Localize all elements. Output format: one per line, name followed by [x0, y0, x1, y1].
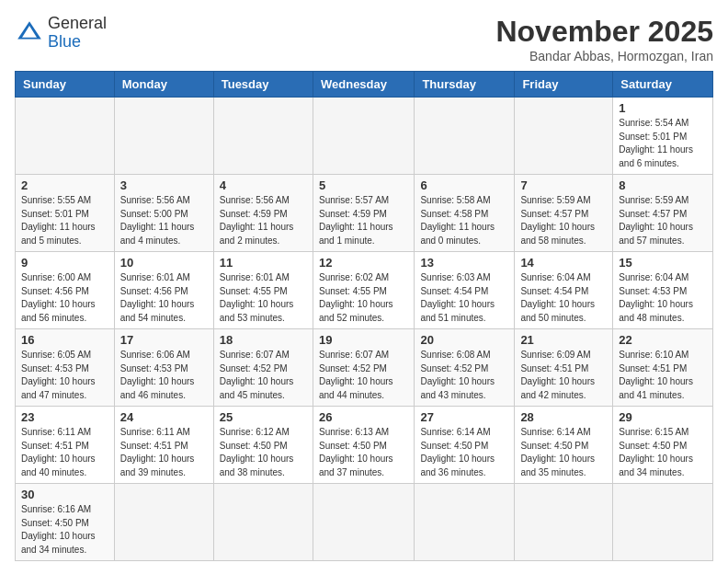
week-row-3: 9Sunrise: 6:00 AM Sunset: 4:56 PM Daylig… — [16, 252, 713, 329]
day-number: 7 — [520, 178, 607, 192]
day-info: Sunrise: 6:16 AM Sunset: 4:50 PM Dayligh… — [21, 503, 108, 557]
day-info: Sunrise: 6:07 AM Sunset: 4:52 PM Dayligh… — [220, 349, 307, 402]
calendar-cell: 19Sunrise: 6:07 AM Sunset: 4:52 PM Dayli… — [313, 329, 414, 407]
day-info: Sunrise: 6:15 AM Sunset: 4:50 PM Dayligh… — [619, 426, 707, 479]
weekday-header-sunday: Sunday — [16, 72, 115, 98]
day-number: 17 — [120, 333, 208, 347]
calendar-cell: 4Sunrise: 5:56 AM Sunset: 4:59 PM Daylig… — [213, 175, 313, 252]
calendar-cell: 16Sunrise: 6:05 AM Sunset: 4:53 PM Dayli… — [16, 329, 115, 407]
day-info: Sunrise: 6:12 AM Sunset: 4:50 PM Dayligh… — [220, 426, 307, 479]
day-info: Sunrise: 6:13 AM Sunset: 4:50 PM Dayligh… — [319, 426, 408, 479]
calendar-cell — [515, 484, 613, 561]
weekday-header-thursday: Thursday — [415, 72, 515, 98]
week-row-6: 30Sunrise: 6:16 AM Sunset: 4:50 PM Dayli… — [16, 484, 713, 561]
day-info: Sunrise: 6:06 AM Sunset: 4:53 PM Dayligh… — [120, 349, 208, 402]
calendar-cell — [613, 484, 713, 561]
calendar-cell: 11Sunrise: 6:01 AM Sunset: 4:55 PM Dayli… — [213, 252, 313, 329]
calendar-cell: 12Sunrise: 6:02 AM Sunset: 4:55 PM Dayli… — [313, 252, 414, 329]
calendar-cell — [114, 98, 213, 175]
title-block: November 2025 Bandar Abbas, Hormozgan, I… — [495, 15, 713, 63]
calendar-cell: 27Sunrise: 6:14 AM Sunset: 4:50 PM Dayli… — [415, 407, 515, 484]
day-info: Sunrise: 6:14 AM Sunset: 4:50 PM Dayligh… — [420, 426, 508, 479]
day-number: 29 — [619, 410, 707, 424]
calendar-cell: 13Sunrise: 6:03 AM Sunset: 4:54 PM Dayli… — [415, 252, 515, 329]
day-number: 11 — [220, 256, 307, 270]
day-info: Sunrise: 6:04 AM Sunset: 4:54 PM Dayligh… — [520, 271, 607, 325]
day-info: Sunrise: 6:01 AM Sunset: 4:56 PM Dayligh… — [120, 271, 208, 325]
day-info: Sunrise: 6:09 AM Sunset: 4:51 PM Dayligh… — [520, 349, 607, 402]
calendar-cell: 8Sunrise: 5:59 AM Sunset: 4:57 PM Daylig… — [613, 175, 713, 252]
day-info: Sunrise: 5:59 AM Sunset: 4:57 PM Dayligh… — [520, 194, 607, 247]
weekday-header-tuesday: Tuesday — [213, 72, 313, 98]
day-info: Sunrise: 5:54 AM Sunset: 5:01 PM Dayligh… — [619, 117, 707, 170]
logo: General Blue — [15, 15, 107, 52]
calendar-cell — [213, 484, 313, 561]
day-info: Sunrise: 5:55 AM Sunset: 5:01 PM Dayligh… — [21, 194, 108, 247]
logo-general: General — [48, 14, 107, 32]
day-info: Sunrise: 6:05 AM Sunset: 4:53 PM Dayligh… — [21, 349, 108, 402]
calendar-cell: 3Sunrise: 5:56 AM Sunset: 5:00 PM Daylig… — [114, 175, 213, 252]
calendar-cell — [415, 484, 515, 561]
day-number: 18 — [220, 333, 307, 347]
week-row-4: 16Sunrise: 6:05 AM Sunset: 4:53 PM Dayli… — [16, 329, 713, 407]
calendar-cell: 26Sunrise: 6:13 AM Sunset: 4:50 PM Dayli… — [313, 407, 414, 484]
day-number: 2 — [21, 178, 108, 192]
calendar-cell: 9Sunrise: 6:00 AM Sunset: 4:56 PM Daylig… — [16, 252, 115, 329]
day-info: Sunrise: 6:10 AM Sunset: 4:51 PM Dayligh… — [619, 349, 707, 402]
day-number: 15 — [619, 256, 707, 270]
calendar-cell: 2Sunrise: 5:55 AM Sunset: 5:01 PM Daylig… — [16, 175, 115, 252]
day-number: 19 — [319, 333, 408, 347]
subtitle: Bandar Abbas, Hormozgan, Iran — [495, 49, 713, 63]
day-info: Sunrise: 6:08 AM Sunset: 4:52 PM Dayligh… — [420, 349, 508, 402]
week-row-1: 1Sunrise: 5:54 AM Sunset: 5:01 PM Daylig… — [16, 98, 713, 175]
day-number: 27 — [420, 410, 508, 424]
weekday-header-friday: Friday — [515, 72, 613, 98]
day-number: 24 — [120, 410, 208, 424]
header: General Blue November 2025 Bandar Abbas,… — [15, 15, 713, 63]
calendar-cell — [313, 98, 414, 175]
day-number: 30 — [21, 488, 108, 501]
week-row-5: 23Sunrise: 6:11 AM Sunset: 4:51 PM Dayli… — [16, 407, 713, 484]
day-info: Sunrise: 5:56 AM Sunset: 5:00 PM Dayligh… — [120, 194, 208, 247]
day-number: 20 — [420, 333, 508, 347]
calendar-cell — [415, 98, 515, 175]
day-number: 6 — [420, 178, 508, 192]
logo-text: General Blue — [48, 15, 107, 52]
day-number: 14 — [520, 256, 607, 270]
day-number: 1 — [619, 101, 707, 115]
day-number: 5 — [319, 178, 408, 192]
calendar-cell: 5Sunrise: 5:57 AM Sunset: 4:59 PM Daylig… — [313, 175, 414, 252]
day-info: Sunrise: 6:01 AM Sunset: 4:55 PM Dayligh… — [220, 271, 307, 325]
weekday-header-row: SundayMondayTuesdayWednesdayThursdayFrid… — [16, 72, 713, 98]
calendar-cell: 14Sunrise: 6:04 AM Sunset: 4:54 PM Dayli… — [515, 252, 613, 329]
day-number: 12 — [319, 256, 408, 270]
day-number: 26 — [319, 410, 408, 424]
day-number: 4 — [220, 178, 307, 192]
day-info: Sunrise: 6:02 AM Sunset: 4:55 PM Dayligh… — [319, 271, 408, 325]
weekday-header-monday: Monday — [114, 72, 213, 98]
day-info: Sunrise: 5:58 AM Sunset: 4:58 PM Dayligh… — [420, 194, 508, 247]
day-number: 9 — [21, 256, 108, 270]
calendar-cell: 6Sunrise: 5:58 AM Sunset: 4:58 PM Daylig… — [415, 175, 515, 252]
calendar-cell — [515, 98, 613, 175]
day-number: 21 — [520, 333, 607, 347]
calendar-cell: 24Sunrise: 6:11 AM Sunset: 4:51 PM Dayli… — [114, 407, 213, 484]
day-number: 23 — [21, 410, 108, 424]
calendar-cell: 23Sunrise: 6:11 AM Sunset: 4:51 PM Dayli… — [16, 407, 115, 484]
calendar-cell: 1Sunrise: 5:54 AM Sunset: 5:01 PM Daylig… — [613, 98, 713, 175]
calendar-cell — [313, 484, 414, 561]
month-title: November 2025 — [495, 15, 713, 49]
weekday-header-wednesday: Wednesday — [313, 72, 414, 98]
day-info: Sunrise: 6:03 AM Sunset: 4:54 PM Dayligh… — [420, 271, 508, 325]
day-info: Sunrise: 6:11 AM Sunset: 4:51 PM Dayligh… — [120, 426, 208, 479]
calendar-cell: 21Sunrise: 6:09 AM Sunset: 4:51 PM Dayli… — [515, 329, 613, 407]
week-row-2: 2Sunrise: 5:55 AM Sunset: 5:01 PM Daylig… — [16, 175, 713, 252]
day-info: Sunrise: 6:07 AM Sunset: 4:52 PM Dayligh… — [319, 349, 408, 402]
day-info: Sunrise: 6:00 AM Sunset: 4:56 PM Dayligh… — [21, 271, 108, 325]
day-info: Sunrise: 6:04 AM Sunset: 4:53 PM Dayligh… — [619, 271, 707, 325]
calendar-cell — [114, 484, 213, 561]
calendar-cell: 18Sunrise: 6:07 AM Sunset: 4:52 PM Dayli… — [213, 329, 313, 407]
day-number: 22 — [619, 333, 707, 347]
day-number: 25 — [220, 410, 307, 424]
calendar-cell: 28Sunrise: 6:14 AM Sunset: 4:50 PM Dayli… — [515, 407, 613, 484]
